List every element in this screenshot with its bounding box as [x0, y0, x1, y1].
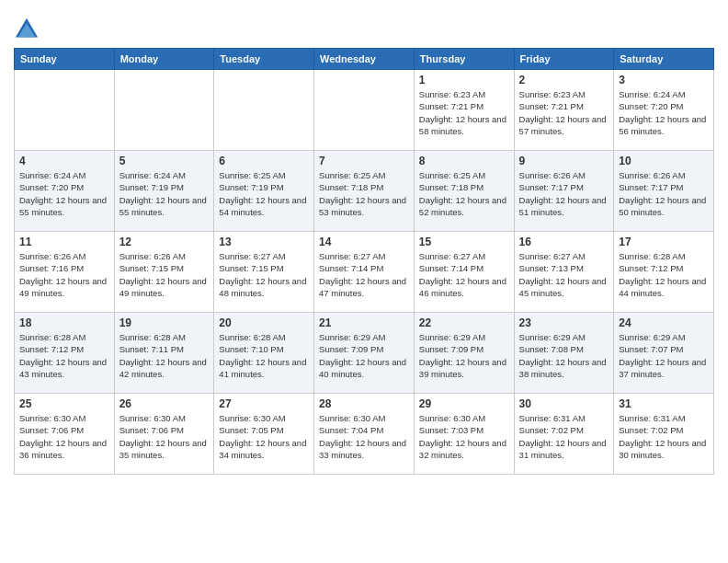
day-info: Sunrise: 6:26 AM Sunset: 7:17 PM Dayligh… — [519, 169, 609, 218]
calendar-header-wednesday: Wednesday — [314, 49, 415, 70]
day-number: 3 — [619, 74, 709, 86]
day-number: 10 — [619, 155, 709, 167]
day-info: Sunrise: 6:26 AM Sunset: 7:15 PM Dayligh… — [119, 250, 210, 299]
day-info: Sunrise: 6:30 AM Sunset: 7:06 PM Dayligh… — [19, 412, 109, 461]
calendar-cell: 1Sunrise: 6:23 AM Sunset: 7:21 PM Daylig… — [414, 70, 514, 151]
day-info: Sunrise: 6:26 AM Sunset: 7:17 PM Dayligh… — [619, 169, 709, 218]
day-number: 2 — [519, 74, 609, 86]
calendar-cell: 5Sunrise: 6:24 AM Sunset: 7:19 PM Daylig… — [114, 151, 214, 232]
day-number: 24 — [619, 316, 709, 329]
calendar-cell: 28Sunrise: 6:30 AM Sunset: 7:04 PM Dayli… — [314, 394, 415, 475]
calendar-week-5: 25Sunrise: 6:30 AM Sunset: 7:06 PM Dayli… — [15, 394, 714, 475]
day-number: 19 — [119, 316, 210, 329]
day-info: Sunrise: 6:27 AM Sunset: 7:14 PM Dayligh… — [419, 250, 509, 299]
day-number: 20 — [219, 316, 309, 329]
day-info: Sunrise: 6:27 AM Sunset: 7:15 PM Dayligh… — [219, 250, 309, 299]
day-number: 28 — [319, 397, 409, 410]
calendar-cell: 10Sunrise: 6:26 AM Sunset: 7:17 PM Dayli… — [614, 151, 714, 232]
day-info: Sunrise: 6:29 AM Sunset: 7:09 PM Dayligh… — [319, 331, 409, 380]
calendar-week-1: 1Sunrise: 6:23 AM Sunset: 7:21 PM Daylig… — [15, 70, 714, 151]
calendar-cell: 27Sunrise: 6:30 AM Sunset: 7:05 PM Dayli… — [214, 394, 314, 475]
day-info: Sunrise: 6:28 AM Sunset: 7:10 PM Dayligh… — [219, 331, 309, 380]
calendar-cell — [214, 70, 314, 151]
calendar-cell — [114, 70, 214, 151]
day-number: 15 — [419, 236, 509, 248]
day-number: 31 — [619, 397, 709, 410]
day-info: Sunrise: 6:24 AM Sunset: 7:20 PM Dayligh… — [619, 88, 709, 137]
logo — [14, 17, 43, 42]
calendar-header-saturday: Saturday — [614, 49, 714, 70]
day-number: 6 — [219, 155, 309, 167]
day-info: Sunrise: 6:31 AM Sunset: 7:02 PM Dayligh… — [619, 412, 709, 461]
day-number: 21 — [319, 316, 409, 329]
day-info: Sunrise: 6:26 AM Sunset: 7:16 PM Dayligh… — [19, 250, 109, 299]
day-number: 18 — [19, 316, 109, 329]
calendar-cell: 29Sunrise: 6:30 AM Sunset: 7:03 PM Dayli… — [414, 394, 514, 475]
day-number: 11 — [19, 236, 109, 248]
calendar-cell: 9Sunrise: 6:26 AM Sunset: 7:17 PM Daylig… — [514, 151, 614, 232]
calendar-header-thursday: Thursday — [414, 49, 514, 70]
day-number: 4 — [19, 155, 109, 167]
day-info: Sunrise: 6:23 AM Sunset: 7:21 PM Dayligh… — [419, 88, 509, 137]
day-number: 27 — [219, 397, 309, 410]
calendar-cell: 6Sunrise: 6:25 AM Sunset: 7:19 PM Daylig… — [214, 151, 314, 232]
day-number: 13 — [219, 236, 309, 248]
logo-icon — [14, 17, 40, 42]
calendar-cell: 14Sunrise: 6:27 AM Sunset: 7:14 PM Dayli… — [314, 232, 415, 313]
day-info: Sunrise: 6:24 AM Sunset: 7:19 PM Dayligh… — [119, 169, 210, 218]
day-info: Sunrise: 6:28 AM Sunset: 7:12 PM Dayligh… — [619, 250, 709, 299]
calendar-week-3: 11Sunrise: 6:26 AM Sunset: 7:16 PM Dayli… — [15, 232, 714, 313]
calendar-cell: 17Sunrise: 6:28 AM Sunset: 7:12 PM Dayli… — [614, 232, 714, 313]
calendar-header-sunday: Sunday — [15, 49, 115, 70]
calendar-cell: 22Sunrise: 6:29 AM Sunset: 7:09 PM Dayli… — [414, 313, 514, 394]
day-number: 22 — [419, 316, 509, 329]
day-number: 26 — [119, 397, 210, 410]
calendar-cell: 23Sunrise: 6:29 AM Sunset: 7:08 PM Dayli… — [514, 313, 614, 394]
day-info: Sunrise: 6:31 AM Sunset: 7:02 PM Dayligh… — [519, 412, 609, 461]
day-number: 1 — [419, 74, 509, 86]
day-info: Sunrise: 6:24 AM Sunset: 7:20 PM Dayligh… — [19, 169, 109, 218]
calendar-cell — [314, 70, 415, 151]
day-number: 16 — [519, 236, 609, 248]
day-info: Sunrise: 6:29 AM Sunset: 7:07 PM Dayligh… — [619, 331, 709, 380]
day-info: Sunrise: 6:25 AM Sunset: 7:18 PM Dayligh… — [419, 169, 509, 218]
day-info: Sunrise: 6:30 AM Sunset: 7:03 PM Dayligh… — [419, 412, 509, 461]
calendar-cell: 20Sunrise: 6:28 AM Sunset: 7:10 PM Dayli… — [214, 313, 314, 394]
calendar-cell: 24Sunrise: 6:29 AM Sunset: 7:07 PM Dayli… — [614, 313, 714, 394]
calendar-cell: 30Sunrise: 6:31 AM Sunset: 7:02 PM Dayli… — [514, 394, 614, 475]
day-number: 25 — [19, 397, 109, 410]
day-info: Sunrise: 6:25 AM Sunset: 7:18 PM Dayligh… — [319, 169, 409, 218]
calendar-cell: 18Sunrise: 6:28 AM Sunset: 7:12 PM Dayli… — [15, 313, 115, 394]
day-info: Sunrise: 6:29 AM Sunset: 7:09 PM Dayligh… — [419, 331, 509, 380]
day-number: 29 — [419, 397, 509, 410]
calendar-cell: 11Sunrise: 6:26 AM Sunset: 7:16 PM Dayli… — [15, 232, 115, 313]
day-number: 7 — [319, 155, 409, 167]
day-info: Sunrise: 6:23 AM Sunset: 7:21 PM Dayligh… — [519, 88, 609, 137]
calendar-cell: 26Sunrise: 6:30 AM Sunset: 7:06 PM Dayli… — [114, 394, 214, 475]
day-info: Sunrise: 6:29 AM Sunset: 7:08 PM Dayligh… — [519, 331, 609, 380]
day-info: Sunrise: 6:30 AM Sunset: 7:04 PM Dayligh… — [319, 412, 409, 461]
day-info: Sunrise: 6:28 AM Sunset: 7:11 PM Dayligh… — [119, 331, 210, 380]
calendar-cell: 13Sunrise: 6:27 AM Sunset: 7:15 PM Dayli… — [214, 232, 314, 313]
calendar-cell: 31Sunrise: 6:31 AM Sunset: 7:02 PM Dayli… — [614, 394, 714, 475]
calendar-cell: 4Sunrise: 6:24 AM Sunset: 7:20 PM Daylig… — [15, 151, 115, 232]
calendar-cell — [15, 70, 115, 151]
calendar-cell: 2Sunrise: 6:23 AM Sunset: 7:21 PM Daylig… — [514, 70, 614, 151]
day-info: Sunrise: 6:30 AM Sunset: 7:05 PM Dayligh… — [219, 412, 309, 461]
day-number: 14 — [319, 236, 409, 248]
calendar-cell: 15Sunrise: 6:27 AM Sunset: 7:14 PM Dayli… — [414, 232, 514, 313]
calendar-cell: 16Sunrise: 6:27 AM Sunset: 7:13 PM Dayli… — [514, 232, 614, 313]
calendar-week-2: 4Sunrise: 6:24 AM Sunset: 7:20 PM Daylig… — [15, 151, 714, 232]
day-number: 23 — [519, 316, 609, 329]
calendar-week-4: 18Sunrise: 6:28 AM Sunset: 7:12 PM Dayli… — [15, 313, 714, 394]
day-number: 17 — [619, 236, 709, 248]
day-info: Sunrise: 6:30 AM Sunset: 7:06 PM Dayligh… — [119, 412, 210, 461]
day-number: 12 — [119, 236, 210, 248]
day-info: Sunrise: 6:27 AM Sunset: 7:14 PM Dayligh… — [319, 250, 409, 299]
calendar-header-friday: Friday — [514, 49, 614, 70]
calendar-header-tuesday: Tuesday — [214, 49, 314, 70]
calendar-cell: 25Sunrise: 6:30 AM Sunset: 7:06 PM Dayli… — [15, 394, 115, 475]
calendar-cell: 7Sunrise: 6:25 AM Sunset: 7:18 PM Daylig… — [314, 151, 415, 232]
calendar-table: SundayMondayTuesdayWednesdayThursdayFrid… — [14, 48, 714, 475]
day-info: Sunrise: 6:28 AM Sunset: 7:12 PM Dayligh… — [19, 331, 109, 380]
